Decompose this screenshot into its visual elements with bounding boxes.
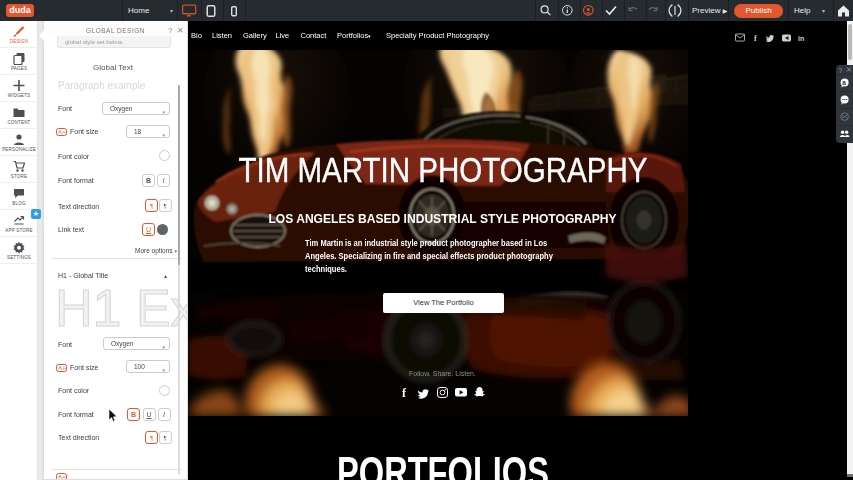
svg-text:f: f	[402, 386, 407, 399]
svg-text:?: ?	[839, 67, 843, 74]
svg-text:f: f	[754, 34, 757, 43]
svg-text:a: a	[842, 79, 846, 86]
svg-text:in: in	[798, 35, 804, 42]
